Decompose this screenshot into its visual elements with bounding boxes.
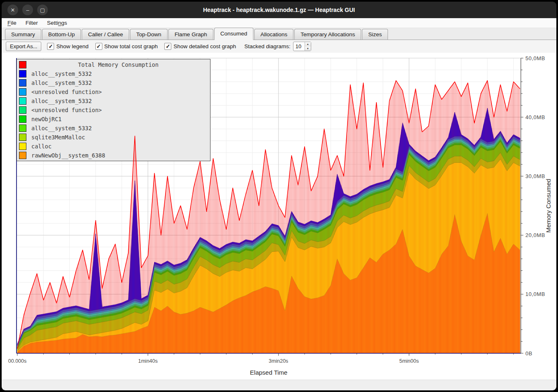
legend-label: Total Memory Consumption [26, 61, 210, 68]
tab-temporary-allocations[interactable]: Temporary Allocations [294, 29, 361, 40]
legend-swatch-icon [19, 88, 26, 96]
checkbox-show-legend[interactable]: ✓Show legend [47, 43, 88, 50]
tab-top-down[interactable]: Top-Down [130, 29, 168, 40]
checkbox-label: Show legend [56, 43, 88, 49]
tab-summary[interactable]: Summary [5, 29, 41, 40]
legend-item: <unresolved function> [17, 106, 210, 115]
legend-swatch-icon [19, 106, 26, 114]
x-tick-label: 5min00s [399, 358, 418, 364]
legend-label: rawNewObj__system_6388 [31, 152, 105, 159]
legend-label: sqlite3MemMalloc [31, 134, 85, 141]
legend-item: <unresolved function> [17, 87, 210, 96]
close-button[interactable]: ✕ [7, 5, 18, 15]
checkbox-label: Show detailed cost graph [173, 43, 236, 49]
menu-bar: FileFilterSettings [2, 18, 556, 28]
legend-item: alloc__system_5332 [17, 124, 210, 133]
checkbox-box[interactable]: ✓ [95, 43, 102, 50]
legend-swatch-icon [19, 134, 26, 141]
app-window: ✕ – ▢ Heaptrack - heaptrack.wakunode.1.g… [0, 0, 558, 392]
tab-consumed[interactable]: Consumed [214, 28, 253, 40]
status-bar [2, 380, 556, 390]
close-icon: ✕ [11, 7, 15, 13]
legend-item: rawNewObj__system_6388 [17, 151, 210, 160]
toolbar: Export As... ✓Show legend✓Show total cos… [2, 40, 556, 53]
y-tick-label: 50,0MB [525, 55, 545, 61]
legend-item: alloc__system_5332 [17, 78, 210, 87]
legend-label: newObjRC1 [31, 116, 61, 122]
menu-item-file[interactable]: File [7, 20, 17, 26]
stacked-diagrams-label: Stacked diagrams: [244, 43, 291, 49]
tab-allocations[interactable]: Allocations [254, 29, 293, 40]
legend-title-row: Total Memory Consumption [17, 60, 210, 69]
checkbox-label: Show total cost graph [104, 43, 158, 49]
legend-label: <unresolved function> [31, 89, 102, 95]
legend-swatch-icon [19, 143, 26, 150]
legend-swatch-icon [19, 152, 26, 159]
legend-item: alloc__system_5332 [17, 69, 210, 78]
x-tick-label: 00.000s [8, 358, 26, 364]
legend-item: alloc__system_5332 [17, 96, 210, 106]
maximize-button[interactable]: ▢ [37, 5, 48, 15]
legend-label: alloc__system_5332 [31, 98, 92, 104]
y-axis-label: Memory Consumed [545, 179, 552, 233]
x-tick-label: 3min20s [269, 358, 288, 364]
checkbox-box[interactable]: ✓ [164, 43, 171, 50]
legend-swatch-icon [19, 61, 26, 68]
tab-bottom-up[interactable]: Bottom-Up [42, 29, 81, 40]
legend-swatch-icon [19, 79, 26, 87]
checkbox-group: ✓Show legend✓Show total cost graph✓Show … [47, 43, 243, 50]
menu-item-filter[interactable]: Filter [26, 20, 38, 26]
spinner-value: 10 [293, 42, 305, 51]
tab-caller-callee[interactable]: Caller / Callee [82, 29, 129, 40]
minimize-button[interactable]: – [22, 5, 33, 15]
y-tick-label: 30,0MB [525, 173, 545, 179]
x-tick-label: 1min40s [138, 358, 158, 364]
tab-sizes[interactable]: Sizes [362, 29, 388, 40]
legend-swatch-icon [19, 70, 26, 77]
legend-swatch-icon [19, 115, 26, 123]
menu-item-settings[interactable]: Settings [47, 20, 67, 26]
legend-label: alloc__system_5332 [31, 80, 92, 86]
spinner-up-icon[interactable]: ▲ [305, 42, 311, 47]
tab-bar: SummaryBottom-UpCaller / CalleeTop-DownF… [2, 28, 556, 40]
maximize-icon: ▢ [40, 7, 45, 13]
export-as-button[interactable]: Export As... [6, 42, 41, 51]
title-bar: ✕ – ▢ Heaptrack - heaptrack.wakunode.1.g… [2, 2, 556, 18]
legend-swatch-icon [19, 97, 26, 105]
legend-item: calloc [17, 142, 210, 151]
checkbox-show-total-cost-graph[interactable]: ✓Show total cost graph [95, 43, 158, 50]
y-tick-label: 10,0MB [525, 291, 545, 297]
y-tick-label: 40,0MB [525, 114, 545, 120]
window-title: Heaptrack - heaptrack.wakunode.1.gz — He… [2, 7, 556, 13]
memory-consumption-chart[interactable]: 0B10,0MB20,0MB30,0MB40,0MB50,0MB00.000s1… [2, 53, 556, 380]
legend-item: sqlite3MemMalloc [17, 133, 210, 142]
stacked-diagrams-spinner[interactable]: 10 ▲ ▼ [293, 42, 311, 51]
legend-label: <unresolved function> [31, 107, 102, 113]
y-tick-label: 20,0MB [525, 232, 545, 238]
checkbox-box[interactable]: ✓ [47, 43, 54, 50]
legend-item: newObjRC1 [17, 115, 210, 124]
spinner-down-icon[interactable]: ▼ [305, 47, 311, 51]
legend-label: alloc__system_5332 [31, 70, 92, 77]
minimize-icon: – [26, 7, 29, 13]
tab-flame-graph[interactable]: Flame Graph [168, 29, 213, 40]
legend-label: alloc__system_5332 [31, 125, 92, 131]
legend-swatch-icon [19, 124, 26, 132]
y-tick-label: 0B [525, 350, 532, 357]
x-axis-label: Elapsed Time [250, 369, 288, 376]
legend-label: calloc [31, 143, 52, 150]
chart-legend: Total Memory Consumptionalloc__system_53… [17, 59, 210, 161]
checkbox-show-detailed-cost-graph[interactable]: ✓Show detailed cost graph [164, 43, 236, 50]
